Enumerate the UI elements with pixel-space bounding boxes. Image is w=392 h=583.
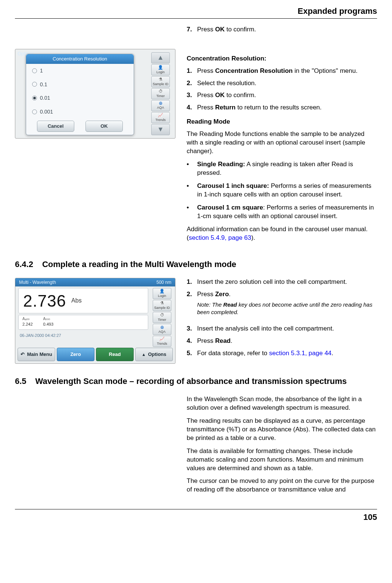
scroll-up-button[interactable]: ▲	[151, 52, 170, 63]
radio-label: 0.001	[40, 108, 53, 115]
step-number: 3.	[187, 91, 197, 100]
txt: ).	[251, 234, 255, 241]
txt: Press	[197, 291, 215, 298]
lbl: A₄₀₀	[22, 316, 33, 322]
step-list-7: 7. Press OK to confirm.	[187, 25, 377, 34]
step-number: 5.	[187, 349, 197, 358]
lbl: Trends	[155, 118, 166, 122]
ok-button[interactable]: OK	[85, 121, 123, 132]
reading-mode-bullets: •Single Reading: A single reading is tak…	[187, 160, 377, 221]
bold: Carousel 1 inch square:	[197, 182, 269, 189]
bold: Single Reading:	[197, 161, 245, 168]
step-text: Press Read.	[197, 337, 377, 345]
trends-button[interactable]: 📈Trends	[153, 336, 171, 347]
zero-button[interactable]: Zero	[57, 348, 94, 361]
timer-icon: ⏱	[160, 313, 164, 317]
bold: OK	[215, 26, 225, 33]
timer-button[interactable]: ⏱Timer	[153, 312, 171, 323]
radio-option-0-01[interactable]: 0.01	[26, 91, 134, 105]
mw-sub-panel: A₄₀₀2.242 A₅₀₀0.493	[18, 315, 148, 330]
additional-info: Additional information can be found in t…	[187, 225, 377, 242]
bullet-text: Single Reading: A single reading is take…	[197, 160, 377, 177]
login-button[interactable]: 👤Login	[153, 288, 171, 299]
login-button[interactable]: 👤Login	[151, 64, 170, 75]
val: 0.493	[43, 322, 54, 327]
flask-icon: ⚗	[160, 301, 164, 305]
mw-titlebar: Multi - Wavelength 500 nm	[15, 278, 175, 286]
wavelength-scan-body: In the Wavelength Scan mode, the absorba…	[187, 395, 377, 494]
flask-icon: ⚗	[159, 77, 162, 81]
reading-mode-intro: The Reading Mode functions enable the sa…	[187, 130, 377, 156]
bold: Return	[215, 104, 236, 111]
link-section-531[interactable]: section 5.3.1, page 44	[269, 350, 332, 357]
radio-option-0-1[interactable]: 0.1	[26, 78, 134, 92]
screenshot-concentration-resolution: Options Concentration Resolution 1 0.1 0…	[15, 49, 175, 139]
radio-option-0-001[interactable]: 0.001	[26, 105, 134, 119]
dialog-conc-res: Concentration Resolution 1 0.1 0.01 0.00…	[26, 54, 134, 135]
txt: to return to the results screen.	[236, 104, 322, 111]
mw-unit: Abs	[71, 297, 82, 305]
wscan-p1: In the Wavelength Scan mode, the absorba…	[187, 395, 377, 412]
lbl: Options	[148, 351, 166, 358]
timer-icon: ⏱	[159, 89, 163, 93]
bullet-icon: •	[187, 204, 197, 221]
timer-button[interactable]: ⏱Timer	[151, 88, 170, 99]
bullet-text: Carousel 1 inch square: Performs a serie…	[197, 182, 377, 199]
scroll-down-button[interactable]: ▼	[151, 124, 170, 135]
screenshot-multi-wavelength: Multi - Wavelength 500 nm 2.736 Abs A₄₀₀…	[15, 278, 175, 364]
lbl: Main Menu	[27, 351, 52, 358]
running-head: Expanded programs	[15, 0, 377, 18]
section-number: 6.5	[15, 376, 27, 387]
sample-id-button[interactable]: ⚗Sample ID	[153, 300, 171, 311]
radio-icon	[32, 82, 37, 87]
lbl: Login	[156, 70, 165, 74]
main-menu-button[interactable]: ↶Main Menu	[18, 348, 55, 361]
lbl: Login	[158, 294, 166, 298]
aqa-button[interactable]: ◎AQA	[153, 324, 171, 335]
txt: Select the resolution.	[197, 80, 256, 87]
trends-icon: 📈	[158, 113, 163, 117]
wscan-p2: The reading results can be displayed as …	[187, 417, 377, 443]
bullet-icon: •	[187, 182, 197, 199]
bold: Zero	[215, 291, 229, 298]
radio-label: 0.01	[40, 94, 50, 102]
login-icon: 👤	[159, 289, 165, 293]
section-title: Complete a reading in the Multi Waveleng…	[42, 259, 377, 270]
options-button[interactable]: ▲Options	[135, 348, 173, 361]
mw-value: 2.736	[23, 290, 66, 312]
trends-button[interactable]: 📈Trends	[151, 112, 170, 123]
txt: .	[229, 291, 231, 298]
conc-res-steps: 1.Press Concentration Resolution in the …	[187, 67, 377, 112]
lbl: Sample ID	[154, 306, 170, 310]
cancel-button[interactable]: Cancel	[37, 121, 74, 132]
login-icon: 👤	[158, 65, 163, 69]
txt: to confirm.	[225, 92, 256, 99]
link-section-549[interactable]: section 5.4.9, page 63	[189, 234, 251, 241]
val: 2.242	[22, 322, 33, 327]
aqa-icon: ◎	[161, 325, 164, 329]
txt: .	[231, 337, 233, 344]
aqa-button[interactable]: ◎AQA	[151, 100, 170, 111]
wscan-p3: The data is available for formatting cha…	[187, 447, 377, 473]
step-text: Insert the zero solution cell into the c…	[197, 278, 377, 286]
read-button[interactable]: Read	[96, 348, 134, 361]
sample-id-button[interactable]: ⚗Sample ID	[151, 76, 170, 87]
step-text: Press Concentration Resolution in the "O…	[197, 67, 377, 75]
section-number: 6.4.2	[15, 259, 33, 270]
txt: .	[332, 350, 333, 357]
radio-icon-selected	[32, 96, 37, 100]
step-text: Press OK to confirm.	[197, 91, 377, 100]
step-number: 1.	[187, 67, 197, 75]
page-number: 105	[15, 509, 377, 530]
section-heading-65: 6.5 Wavelength Scan mode – recording of …	[15, 376, 377, 387]
reading-mode-heading: Reading Mode	[187, 118, 377, 126]
section-title: Wavelength Scan mode – recording of abso…	[35, 376, 377, 387]
step-number: 1.	[187, 278, 197, 286]
mw-bottom-bar: ↶Main Menu Zero Read ▲Options	[18, 348, 173, 361]
txt: in the "Options" menu.	[293, 67, 358, 74]
radio-option-1[interactable]: 1	[26, 64, 134, 78]
dialog-title: Concentration Resolution	[26, 54, 134, 64]
step-text: Press Return to return to the results sc…	[197, 103, 377, 112]
conc-res-heading: Concentration Resolution:	[187, 55, 377, 63]
step-number: 3.	[187, 325, 197, 333]
